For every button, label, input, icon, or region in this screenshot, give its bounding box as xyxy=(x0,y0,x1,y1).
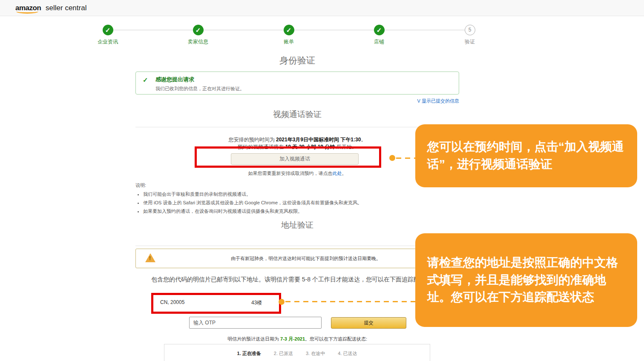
appointment-suffix: 。 xyxy=(361,137,366,143)
warning-text: 由于有新冠肺炎，明信片送达时间可能比下面提到的预计送达日期要晚。 xyxy=(161,255,450,262)
delivery-prefix: 明信片的预计送达日期为 xyxy=(227,336,280,341)
join-button-highlight-box xyxy=(195,146,381,168)
address-section-title: 地址验证 xyxy=(135,220,459,231)
notes-title: 说明: xyxy=(135,182,442,189)
delivery-tracking-box: 1. 正在准备 2. 已派送 3. 在途中 4. 已送达 xyxy=(164,344,430,361)
step-seller-info[interactable]: ✓ 卖家信息 xyxy=(168,25,228,46)
amazon-smile-icon xyxy=(16,9,38,14)
appointment-prefix: 您安排的预约时间为 xyxy=(229,137,276,143)
video-call-section-title: 视频通话验证 xyxy=(135,109,459,120)
reschedule-prefix: 如果您需要重新安排或取消预约，请点击 xyxy=(248,171,333,176)
submit-button[interactable]: 提交 xyxy=(331,317,406,329)
step-done-check-icon: ✓ xyxy=(103,25,113,35)
request-received-alert: ✓ 感谢您提出请求 我们已收到您的信息，正在对其进行验证。 xyxy=(135,72,459,95)
tracking-step-delivered: 4. 已送达 xyxy=(338,350,357,357)
step-label: 店铺 xyxy=(349,38,409,46)
address-annotation-callout: 请检查您的地址是按照正确的中文格式填写，并且是能够找到的准确地址。您可以在下方追… xyxy=(415,233,637,327)
top-header-bar: amazon seller central xyxy=(0,0,644,16)
seller-central-logo-text: seller central xyxy=(46,4,86,12)
postcard-info-text: 包含您的代码的明信片已邮寄到以下地址。该明信片需要 5-8 个工作日才能送达，您… xyxy=(135,276,459,284)
step-label: 验证 xyxy=(440,38,500,46)
success-check-icon: ✓ xyxy=(143,76,148,84)
delivery-suffix: 。您可以在下方追踪配送状态: xyxy=(305,336,367,341)
covid-warning-alert: 由于有新冠肺炎，明信片送达时间可能比下面提到的预计送达日期要晚。 xyxy=(135,249,459,268)
step-done-check-icon: ✓ xyxy=(284,25,294,35)
step-label: 企业资讯 xyxy=(78,38,138,46)
tracking-step-dispatched: 2. 已派送 xyxy=(274,350,293,357)
reschedule-line: 如果您需要重新安排或取消预约，请点击此处。 xyxy=(135,170,459,177)
note-item: 如果要加入预约的通话，在设备询问时为视频通话提供摄像头和麦克风权限。 xyxy=(143,208,442,215)
step-business-info[interactable]: ✓ 企业资讯 xyxy=(78,25,138,46)
amazon-seller-central-logo[interactable]: amazon seller central xyxy=(15,4,86,12)
video-call-notes: 说明: 我们可能会出于审核和质量目的录制您的视频通话。 使用 iOS 设备上的 … xyxy=(135,182,442,215)
estimated-delivery-line: 明信片的预计送达日期为 7-3 月-2021。您可以在下方追踪配送状态: xyxy=(135,336,459,342)
section-divider xyxy=(135,127,459,127)
appointment-datetime: 2021年3月9日中国标准时间 下午1:30 xyxy=(276,137,361,143)
step-store[interactable]: ✓ 店铺 xyxy=(349,25,409,46)
video-call-annotation-callout: 您可以在预约时间，点击“加入视频通话”，进行视频通话验证 xyxy=(415,124,637,187)
alert-title: 感谢您提出请求 xyxy=(155,76,454,83)
tracking-step-in-transit: 3. 在途中 xyxy=(306,350,325,357)
address-highlight-box xyxy=(151,293,281,314)
connector-dot xyxy=(279,299,285,305)
note-item: 我们可能会出于审核和质量目的录制您的视频通话。 xyxy=(143,191,442,198)
connector-dashed-line xyxy=(285,301,420,302)
reschedule-suffix: 。 xyxy=(342,171,347,176)
appointment-time-line: 您安排的预约时间为 2021年3月9日中国标准时间 下午1:30。 xyxy=(135,136,459,143)
step-billing[interactable]: ✓ 账单 xyxy=(259,25,319,46)
step-label: 账单 xyxy=(259,38,319,46)
page: amazon seller central ✓ 企业资讯 ✓ 卖家信息 ✓ 账单… xyxy=(0,0,644,361)
step-number-circle: 5 xyxy=(465,25,475,35)
step-verification[interactable]: 5 验证 xyxy=(440,25,500,46)
reschedule-here-link[interactable]: 此处 xyxy=(333,171,342,176)
tracking-step-preparing: 1. 正在准备 xyxy=(237,350,261,357)
connector-dot xyxy=(389,155,395,161)
delivery-date: 7-3 月-2021 xyxy=(280,336,305,341)
otp-input[interactable] xyxy=(189,317,322,329)
warning-triangle-icon xyxy=(145,253,155,262)
show-submitted-info-link[interactable]: V 显示已提交的信息 xyxy=(135,98,459,104)
step-label: 卖家信息 xyxy=(168,38,228,46)
step-done-check-icon: ✓ xyxy=(374,25,385,35)
connector-dashed-line xyxy=(396,158,416,159)
step-done-check-icon: ✓ xyxy=(193,25,204,35)
page-title: 身份验证 xyxy=(135,54,459,66)
note-item: 使用 iOS 设备上的 Safari 浏览器或其他设备上的 Google Chr… xyxy=(143,200,442,206)
section-divider xyxy=(135,246,459,246)
alert-body: 我们已收到您的信息，正在对其进行验证。 xyxy=(155,86,454,92)
